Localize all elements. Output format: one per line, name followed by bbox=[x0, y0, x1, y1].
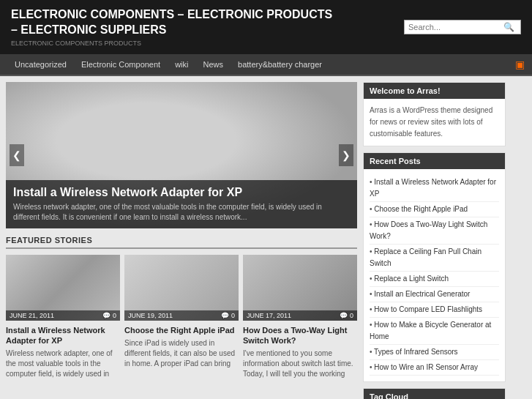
list-item: How to Make a Bicycle Generator at Home bbox=[370, 318, 499, 345]
recent-post-link-10[interactable]: How to Wire an IR Sensor Array bbox=[374, 363, 478, 371]
slideshow: ❮ ❯ Install a Wireless Network Adapter f… bbox=[6, 82, 357, 228]
rss-icon[interactable]: ▣ bbox=[515, 59, 525, 70]
recent-post-link-2[interactable]: Choose the Right Apple iPad bbox=[374, 205, 468, 213]
welcome-text: Arras is a WordPress theme designed for … bbox=[370, 106, 492, 138]
list-item: How to Compare LED Flashlights bbox=[370, 302, 499, 318]
featured-comments-2: 💬 0 bbox=[221, 312, 235, 319]
featured-item-1: JUNE 21, 2011 💬 0 Install a Wireless Net… bbox=[6, 255, 120, 380]
featured-thumb-1: JUNE 21, 2011 💬 0 bbox=[6, 255, 120, 321]
list-item: Replace a Ceiling Fan Pull Chain Switch bbox=[370, 245, 499, 272]
search-box[interactable]: 🔍 bbox=[404, 20, 521, 34]
search-icon[interactable]: 🔍 bbox=[503, 22, 514, 32]
featured-comments-1: 💬 0 bbox=[102, 312, 116, 319]
slide-prev-button[interactable]: ❮ bbox=[10, 144, 24, 166]
featured-text-3: I've mentioned to you some information a… bbox=[243, 348, 357, 379]
welcome-content: Arras is a WordPress theme designed for … bbox=[364, 99, 505, 146]
featured-date-1: JUNE 21, 2011 bbox=[10, 312, 54, 319]
slideshow-caption: Install a Wireless Network Adapter for X… bbox=[6, 180, 357, 228]
welcome-heading: Welcome to Arras! bbox=[364, 83, 505, 99]
header: ELECTRONIC COMPONENTS – ELECTRONIC PRODU… bbox=[0, 0, 532, 54]
featured-date-2: JUNE 19, 2011 bbox=[128, 312, 173, 319]
recent-post-link-3[interactable]: How Does a Two-Way Light Switch Work? bbox=[370, 220, 487, 240]
featured-comments-3: 💬 0 bbox=[340, 312, 353, 319]
featured-text-2: Since iPad is widely used in different f… bbox=[124, 338, 239, 369]
recent-post-link-5[interactable]: Replace a Light Switch bbox=[374, 275, 449, 283]
nav-item-news[interactable]: News bbox=[196, 53, 231, 75]
featured-date-bar-3: JUNE 17, 2011 💬 0 bbox=[243, 310, 357, 321]
featured-text-1: Wireless network adapter, one of the mos… bbox=[6, 348, 120, 379]
featured-thumb-2: JUNE 19, 2011 💬 0 bbox=[124, 255, 239, 321]
slide-next-button[interactable]: ❯ bbox=[339, 144, 353, 166]
recent-post-link-8[interactable]: How to Make a Bicycle Generator at Home bbox=[370, 321, 491, 340]
recent-post-link-9[interactable]: Types of Infrared Sensors bbox=[374, 348, 458, 356]
list-item: How to Wire an IR Sensor Array bbox=[370, 360, 499, 376]
sidebar: Welcome to Arras! Arras is a WordPress t… bbox=[363, 82, 506, 399]
featured-item-2: JUNE 19, 2011 💬 0 Choose the Right Apple… bbox=[124, 255, 239, 380]
featured-heading: FEATURED STORIES bbox=[6, 236, 357, 249]
featured-title-2[interactable]: Choose the Right Apple iPad bbox=[124, 325, 239, 335]
recent-post-link-4[interactable]: Replace a Ceiling Fan Pull Chain Switch bbox=[370, 247, 482, 267]
recent-posts-heading: Recent Posts bbox=[364, 153, 505, 169]
site-subtitle: ELECTRONIC COMPONENTS PRODUCTS bbox=[11, 40, 340, 47]
main-container: ❮ ❯ Install a Wireless Network Adapter f… bbox=[0, 76, 532, 399]
featured-date-3: JUNE 17, 2011 bbox=[247, 312, 291, 319]
nav-item-electronic-component[interactable]: Electronic Component bbox=[74, 53, 168, 75]
nav-item-battery[interactable]: battery&battery charger bbox=[231, 53, 329, 75]
recent-posts-list: Install a Wireless Network Adapter for X… bbox=[370, 175, 499, 376]
list-item: Install an Electrical Generator bbox=[370, 287, 499, 302]
recent-post-link-7[interactable]: How to Compare LED Flashlights bbox=[374, 305, 482, 313]
list-item: Types of Infrared Sensors bbox=[370, 345, 499, 360]
nav-item-wiki[interactable]: wiki bbox=[168, 53, 195, 75]
nav-item-uncategorized[interactable]: Uncategorized bbox=[7, 53, 74, 75]
featured-date-bar-1: JUNE 21, 2011 💬 0 bbox=[6, 310, 120, 321]
featured-grid: JUNE 21, 2011 💬 0 Install a Wireless Net… bbox=[6, 255, 357, 380]
content-area: ❮ ❯ Install a Wireless Network Adapter f… bbox=[6, 82, 357, 399]
featured-title-3[interactable]: How Does a Two-Way Light Switch Work? bbox=[243, 325, 357, 346]
tag-cloud-box: Tag Cloud Apple battery battery charger … bbox=[363, 388, 506, 399]
recent-post-link-1[interactable]: Install a Wireless Network Adapter for X… bbox=[370, 178, 496, 198]
list-item: Replace a Light Switch bbox=[370, 272, 499, 287]
slideshow-title: Install a Wireless Network Adapter for X… bbox=[13, 186, 350, 199]
featured-title-1[interactable]: Install a Wireless Network Adapter for X… bbox=[6, 325, 120, 346]
featured-item-3: JUNE 17, 2011 💬 0 How Does a Two-Way Lig… bbox=[243, 255, 357, 380]
list-item: How Does a Two-Way Light Switch Work? bbox=[370, 217, 499, 245]
recent-posts-content: Install a Wireless Network Adapter for X… bbox=[364, 169, 505, 381]
tag-cloud-heading: Tag Cloud bbox=[364, 389, 505, 399]
slideshow-text: Wireless network adapter, one of the mos… bbox=[13, 202, 350, 223]
search-input[interactable] bbox=[408, 23, 503, 31]
recent-post-link-6[interactable]: Install an Electrical Generator bbox=[374, 290, 470, 298]
list-item: Install a Wireless Network Adapter for X… bbox=[370, 175, 499, 202]
recent-posts-box: Recent Posts Install a Wireless Network … bbox=[363, 152, 506, 382]
featured-date-bar-2: JUNE 19, 2011 💬 0 bbox=[124, 310, 239, 321]
featured-thumb-3: JUNE 17, 2011 💬 0 bbox=[243, 255, 357, 321]
site-title: ELECTRONIC COMPONENTS – ELECTRONIC PRODU… bbox=[11, 7, 340, 38]
list-item: Choose the Right Apple iPad bbox=[370, 202, 499, 217]
navigation: Uncategorized Electronic Component wiki … bbox=[0, 54, 532, 76]
featured-section: FEATURED STORIES JUNE 21, 2011 💬 0 Insta… bbox=[6, 236, 357, 380]
welcome-box: Welcome to Arras! Arras is a WordPress t… bbox=[363, 82, 506, 146]
